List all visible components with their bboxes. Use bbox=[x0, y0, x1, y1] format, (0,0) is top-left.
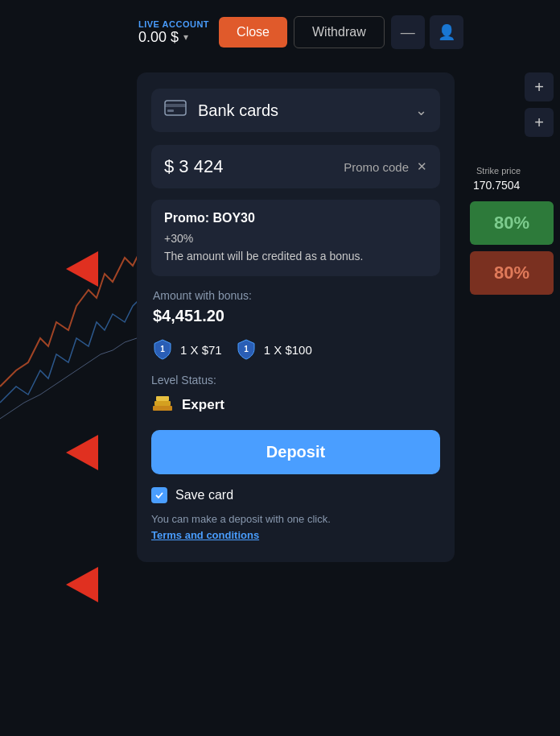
terms-link[interactable]: Terms and conditions bbox=[151, 529, 259, 541]
profile-button[interactable]: 👤 bbox=[430, 15, 463, 49]
withdraw-button[interactable]: Withdraw bbox=[294, 16, 385, 48]
bonus-label: Amount with bonus: bbox=[153, 289, 439, 302]
strike-price-label: Strike price bbox=[473, 163, 550, 179]
shield-icon-1: 1 bbox=[151, 338, 174, 361]
strike-price-value: 170.7504 bbox=[473, 179, 550, 192]
deposit-amount[interactable]: $ 3 424 bbox=[164, 156, 223, 177]
live-account-section: LIVE ACCOUNT 0.00 $ ▾ bbox=[138, 19, 209, 46]
promo-code-section: Promo code ✕ bbox=[344, 159, 427, 174]
svg-rect-7 bbox=[156, 396, 169, 401]
reward-item-1: 1 1 X $71 bbox=[151, 338, 222, 361]
account-chevron-icon[interactable]: ▾ bbox=[183, 31, 188, 43]
promo-code-label: Promo code bbox=[344, 160, 409, 174]
shield-icon-2: 1 bbox=[235, 338, 257, 361]
payment-chevron-icon: ⌄ bbox=[415, 101, 427, 119]
terms-section: You can make a deposit with one click. T… bbox=[151, 511, 440, 543]
svg-text:1: 1 bbox=[160, 345, 165, 354]
promo-code-close-icon[interactable]: ✕ bbox=[417, 159, 427, 174]
minimize-icon: — bbox=[401, 24, 415, 41]
percent-up-button[interactable]: 80% bbox=[470, 201, 554, 245]
svg-rect-6 bbox=[154, 401, 171, 406]
svg-rect-1 bbox=[165, 104, 186, 107]
bonus-section: Amount with bonus: $4,451.20 bbox=[151, 289, 440, 325]
promo-title: Promo: BOY30 bbox=[164, 211, 427, 225]
svg-rect-5 bbox=[153, 406, 172, 411]
reward-item-2: 1 1 X $100 bbox=[235, 338, 312, 361]
close-button[interactable]: Close bbox=[219, 17, 287, 48]
payment-method-selector[interactable]: Bank cards ⌄ bbox=[151, 89, 440, 132]
promo-info-box: Promo: BOY30 +30% The amount will be cre… bbox=[151, 200, 440, 276]
payment-method-label: Bank cards bbox=[198, 101, 278, 120]
percent-down-button[interactable]: 80% bbox=[470, 251, 554, 295]
payment-method-left: Bank cards bbox=[164, 100, 278, 121]
save-card-checkbox[interactable] bbox=[151, 487, 167, 503]
save-card-row: Save card bbox=[151, 487, 440, 503]
level-value: Expert bbox=[151, 393, 440, 417]
add-asset-button[interactable]: + bbox=[525, 72, 554, 101]
expert-level-icon bbox=[151, 393, 174, 417]
add-option-button[interactable]: + bbox=[525, 108, 554, 137]
rewards-row: 1 1 X $71 1 1 X $100 bbox=[151, 338, 440, 361]
bonus-amount-value: $4,451.20 bbox=[153, 307, 439, 325]
svg-rect-0 bbox=[165, 101, 186, 115]
arrow-deposit-indicator bbox=[66, 567, 98, 602]
amount-value: 0.00 $ bbox=[138, 29, 179, 46]
arrow-reward-indicator bbox=[66, 435, 98, 470]
header: LIVE ACCOUNT 0.00 $ ▾ Close Withdraw — 👤 bbox=[0, 0, 560, 64]
promo-description: The amount will be credited as a bonus. bbox=[164, 248, 427, 265]
amount-row: $ 3 424 Promo code ✕ bbox=[151, 145, 440, 188]
terms-description: You can make a deposit with one click. bbox=[151, 513, 331, 525]
deposit-button[interactable]: Deposit bbox=[151, 430, 440, 474]
bank-card-icon bbox=[164, 100, 187, 121]
live-account-label: LIVE ACCOUNT bbox=[138, 19, 209, 29]
save-card-label: Save card bbox=[175, 488, 233, 502]
arrow-promo-indicator bbox=[66, 251, 98, 287]
level-text: Expert bbox=[182, 397, 224, 413]
minimize-button[interactable]: — bbox=[391, 15, 425, 49]
deposit-modal: Bank cards ⌄ $ 3 424 Promo code ✕ Promo:… bbox=[137, 72, 455, 562]
strike-price-section: Strike price 170.7504 bbox=[470, 159, 554, 195]
profile-icon: 👤 bbox=[438, 23, 455, 41]
level-status-section: Level Status: Expert bbox=[151, 374, 440, 417]
promo-percent: +30% bbox=[164, 232, 427, 245]
reward-text-1: 1 X $71 bbox=[180, 343, 222, 357]
live-account-amount: 0.00 $ ▾ bbox=[138, 29, 188, 46]
svg-rect-2 bbox=[167, 110, 174, 112]
reward-text-2: 1 X $100 bbox=[264, 343, 312, 357]
svg-text:1: 1 bbox=[244, 345, 249, 354]
right-sidebar: + + Strike price 170.7504 80% 80% bbox=[463, 64, 560, 736]
level-status-label: Level Status: bbox=[151, 374, 440, 387]
